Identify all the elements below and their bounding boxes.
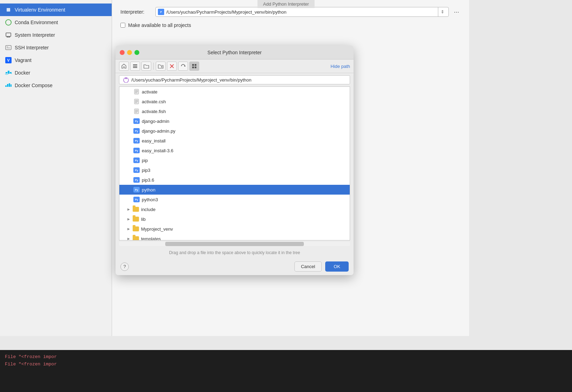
list-item-folder-lib[interactable]: ▶ lib: [119, 214, 350, 224]
path-bar[interactable]: /Users/yuchao/PycharmProjects/Myproject_…: [119, 75, 350, 84]
list-item[interactable]: Py easy_install-3.6: [119, 146, 350, 155]
sidebar-item-label: System Interpreter: [15, 32, 55, 38]
file-name: python3: [142, 197, 158, 202]
new-folder-button[interactable]: [156, 62, 166, 71]
folder-button[interactable]: [141, 62, 151, 71]
sidebar-item-ssh[interactable]: SSH Interpreter: [0, 41, 112, 54]
make-available-label: Make available to all projects: [128, 22, 191, 28]
list-item[interactable]: Py python3: [119, 195, 350, 204]
svg-rect-18: [133, 64, 137, 65]
interpreter-label: Interpreter:: [120, 9, 152, 15]
sidebar-item-label: Conda Environment: [15, 20, 58, 25]
py-file-icon-selected: Py: [133, 187, 140, 192]
file-name: activate: [142, 89, 158, 94]
list-item[interactable]: Py pip: [119, 155, 350, 165]
file-name: pip3.6: [142, 177, 154, 183]
horizontal-scrollbar[interactable]: [119, 242, 350, 246]
file-toolbar: Hide path: [116, 59, 354, 73]
docker-compose-icon: [5, 82, 12, 89]
py-file-icon: Py: [133, 138, 140, 144]
list-item[interactable]: Py pip3.6: [119, 175, 350, 185]
py-file-icon: Py: [133, 128, 140, 134]
hide-path-button[interactable]: Hide path: [330, 64, 350, 69]
conda-icon: [5, 19, 12, 26]
inner-ok-button[interactable]: OK: [325, 261, 349, 272]
file-name: activate.fish: [142, 109, 166, 114]
folder-icon: [133, 226, 139, 232]
sidebar-item-virtualenv[interactable]: Virtualenv Environment: [0, 4, 112, 16]
svg-rect-5: [6, 46, 11, 50]
svg-rect-1: [6, 33, 11, 36]
file-list[interactable]: activate activate.csh activate.fish Py d…: [119, 86, 350, 240]
ssh-icon: [5, 44, 12, 51]
expand-triangle-icon: ▶: [126, 237, 131, 240]
sidebar-item-label: SSH Interpreter: [15, 45, 49, 50]
file-name: easy_install-3.6: [142, 148, 173, 153]
list-item[interactable]: Py django-admin.py: [119, 126, 350, 136]
system-icon: [5, 31, 12, 38]
sidebar-item-system[interactable]: System Interpreter: [0, 29, 112, 41]
terminal-line: File "<frozen impor: [5, 361, 567, 368]
interpreter-path-text: /Users/yuchao/PycharmProjects/Myproject_…: [166, 9, 286, 15]
list-item[interactable]: Py easy_install: [119, 136, 350, 146]
script-file-icon: [133, 89, 140, 94]
svg-point-31: [125, 78, 127, 79]
sidebar-item-label: Vagrant: [15, 57, 32, 63]
sidebar-item-docker[interactable]: Docker: [0, 66, 112, 79]
list-item[interactable]: activate.fish: [119, 106, 350, 116]
list-item-folder-templates[interactable]: ▶ templates: [119, 234, 350, 240]
inner-dialog-footer: ? Cancel OK: [116, 258, 354, 275]
window-title: Add Python Interpreter: [263, 1, 309, 7]
toolbar-separator-1: [153, 63, 154, 70]
sidebar-item-vagrant[interactable]: V Vagrant: [0, 54, 112, 66]
folder-icon: [133, 206, 139, 212]
help-button[interactable]: ?: [120, 262, 129, 271]
file-name: pip3: [142, 168, 151, 173]
list-item[interactable]: activate: [119, 87, 350, 97]
interpreter-path-box[interactable]: P /Users/yuchao/PycharmProjects/Myprojec…: [155, 7, 449, 17]
list-item-python-selected[interactable]: Py python: [119, 185, 350, 195]
refresh-button[interactable]: [178, 62, 188, 71]
close-button[interactable]: [120, 50, 125, 55]
grid-button[interactable]: [189, 62, 199, 71]
delete-button[interactable]: [167, 62, 177, 71]
inner-dialog-title: Select Python Interpreter: [208, 50, 262, 55]
home-button[interactable]: [119, 62, 129, 71]
sidebar-item-conda[interactable]: Conda Environment: [0, 16, 112, 29]
folder-icon: [133, 236, 139, 240]
file-name: django-admin.py: [142, 128, 175, 134]
sidebar-item-docker-compose[interactable]: Docker Compose: [0, 79, 112, 92]
maximize-button[interactable]: [134, 50, 139, 55]
list-item[interactable]: Py pip3: [119, 165, 350, 175]
checkbox-row: Make available to all projects: [120, 22, 461, 28]
minimize-button[interactable]: [127, 50, 132, 55]
dropdown-arrow-icon[interactable]: ⇕: [438, 7, 446, 17]
list-item-folder-myproject[interactable]: ▶ Myproject_venv: [119, 224, 350, 234]
list-view-button[interactable]: [130, 62, 140, 71]
py-file-icon: Py: [133, 158, 140, 163]
interpreter-row: Interpreter: P /Users/yuchao/PycharmProj…: [120, 7, 461, 17]
sidebar-item-label: Virtualenv Environment: [15, 7, 65, 13]
list-item[interactable]: Py django-admin: [119, 116, 350, 126]
svg-rect-13: [7, 84, 8, 87]
folder-icon: [133, 216, 139, 222]
path-bar-text: /Users/yuchao/PycharmProjects/Myproject_…: [131, 77, 251, 83]
make-available-checkbox[interactable]: [120, 23, 125, 28]
terminal-text: File "<frozen impor: [5, 354, 57, 359]
footer-buttons: Cancel OK: [294, 261, 349, 272]
svg-rect-28: [192, 66, 194, 68]
titlebar-buttons: [120, 50, 139, 55]
drag-hint: Drag and drop a file into the space abov…: [116, 247, 354, 258]
svg-rect-0: [7, 8, 10, 12]
list-item-folder-include[interactable]: ▶ include: [119, 204, 350, 214]
svg-rect-12: [5, 85, 7, 87]
list-item[interactable]: activate.csh: [119, 97, 350, 106]
file-name: pip: [142, 158, 148, 163]
more-options-button[interactable]: ···: [452, 7, 461, 17]
folder-name: Myproject_venv: [141, 226, 173, 232]
svg-rect-9: [6, 72, 7, 74]
inner-cancel-button[interactable]: Cancel: [294, 261, 322, 272]
scrollbar-thumb: [165, 242, 304, 246]
window-titlebar: Add Python Interpreter: [258, 0, 315, 8]
virtualenv-icon: [5, 6, 12, 13]
